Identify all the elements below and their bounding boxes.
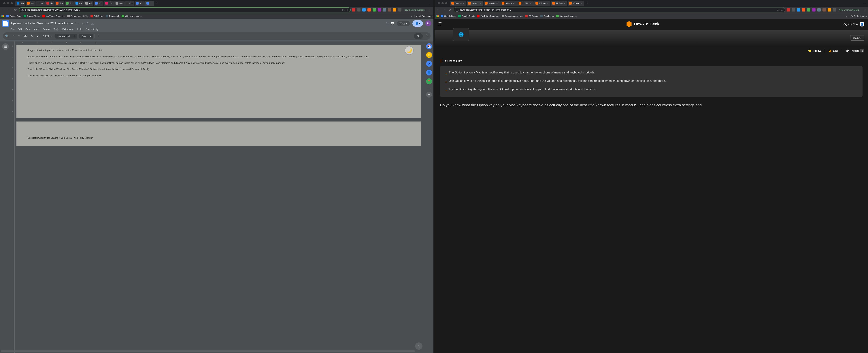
ext-6[interactable] [812, 8, 815, 11]
horizontal-ruler[interactable]: 1234567 [11, 41, 425, 45]
menu-edit[interactable]: Edit [18, 28, 22, 31]
bookmark-star-icon[interactable]: ☆ [781, 8, 783, 12]
ext-7[interactable] [817, 8, 820, 11]
close-tab-icon[interactable]: × [513, 2, 515, 5]
search-menus-icon[interactable]: 🔍 [4, 33, 9, 38]
keep-app-icon[interactable]: 💡 [426, 52, 432, 58]
back-button[interactable]: ← [1, 8, 6, 12]
reload-button[interactable]: ⟳ [13, 8, 18, 12]
add-apps-icon[interactable]: + [426, 92, 432, 98]
browser-tab[interactable] [145, 1, 154, 6]
ext-1[interactable] [787, 8, 790, 11]
browser-tab[interactable]: 10 i [94, 1, 103, 6]
close-tab-icon[interactable]: × [479, 2, 482, 5]
ext-5[interactable] [807, 8, 810, 11]
address-bar[interactable]: ⚙ docs.google.com/document/d/1Wr6B1hK-hk… [19, 7, 351, 12]
menu-extensions[interactable]: Extensions [62, 28, 74, 31]
collapse-toolbar-icon[interactable]: ⌃ [424, 33, 429, 38]
comments-icon[interactable]: 💬 [391, 22, 394, 25]
bookmark-item[interactable]: Benchmark [540, 15, 554, 18]
all-bookmarks[interactable]: 🗀 All Bookmarks [851, 15, 867, 17]
menu-tools[interactable]: Tools [54, 28, 59, 31]
translate-icon[interactable]: ⓘ [342, 8, 344, 11]
zoom-dropdown[interactable]: 100% ▾ [42, 34, 53, 38]
document-title[interactable]: Tips and Tricks for New macOS Users from… [10, 22, 80, 25]
vertical-ruler[interactable]: 3456789 [11, 41, 14, 353]
like-button[interactable]: 👍 Like [829, 49, 838, 52]
browser-tab[interactable]: 12 Mac S× [517, 1, 534, 6]
tasks-app-icon[interactable]: ✓ [426, 61, 432, 67]
ext-puzzle-icon[interactable] [398, 8, 401, 11]
bookmark-item[interactable]: YouTube - Broadca... [477, 15, 499, 18]
back-button[interactable]: ← [436, 8, 440, 12]
reload-button[interactable]: ⟳ [448, 8, 452, 12]
browser-tab[interactable]: Sky [16, 1, 25, 6]
font-dropdown[interactable]: Arial ▾ [79, 34, 93, 38]
browser-tab[interactable]: My [45, 1, 54, 6]
new-tab-button[interactable]: + [154, 1, 159, 5]
paragraph-style-dropdown[interactable]: Normal text ▾ [55, 34, 77, 38]
follow-button[interactable]: ⭐ Follow [808, 49, 821, 52]
history-icon[interactable]: ↻ [386, 22, 388, 25]
site-info-icon[interactable]: ⓘ [456, 8, 458, 11]
chrome-menu[interactable]: ⋮ [428, 8, 432, 12]
meet-button[interactable]: ▢◁ ▾ [397, 21, 410, 26]
bookmark-item[interactable]: PC Gamer [525, 15, 538, 18]
bookmark-item[interactable]: YouTube - Broadca... [42, 15, 65, 18]
ext-5[interactable] [373, 8, 376, 11]
bookmark-item[interactable]: Videocardz.com -... [122, 15, 143, 18]
docs-page-scroll[interactable]: 1234567 3456789 🌙 dragged it to the top … [11, 41, 425, 353]
new-tab-button[interactable]: + [585, 1, 589, 5]
share-button[interactable]: 👤+ [412, 20, 423, 27]
menu-accessibility[interactable]: Accessibility [86, 28, 98, 31]
bookmark-item[interactable]: PC Gamer [91, 15, 103, 18]
close-tab-icon[interactable]: × [564, 2, 566, 5]
bookmark-item[interactable]: Google Sheets [458, 15, 475, 18]
docs-home-icon[interactable] [2, 20, 9, 27]
browser-tab[interactable]: Sp [65, 1, 74, 6]
maps-app-icon[interactable]: 📍 [426, 78, 432, 84]
star-icon[interactable]: ☆ [82, 22, 85, 25]
ext-4[interactable] [368, 8, 371, 11]
menu-view[interactable]: View [25, 28, 30, 31]
menu-insert[interactable]: Insert [33, 28, 39, 31]
browser-tab[interactable]: favorite× [450, 1, 466, 6]
bookmark-item[interactable]: Eurogamer.net • V... [502, 15, 523, 18]
bookmark-item[interactable]: Eurogamer.net • V... [67, 15, 89, 18]
apps-button[interactable] [1, 15, 4, 18]
account-avatar[interactable]: G [426, 21, 431, 26]
maximize-window[interactable] [445, 2, 447, 4]
close-window[interactable] [3, 2, 5, 4]
ext-1[interactable] [352, 8, 355, 11]
browser-tab[interactable]: AP [84, 1, 93, 6]
horizontal-scrollbar[interactable] [1, 350, 415, 352]
bookmark-item[interactable]: Google Docs [6, 15, 21, 18]
macos-tag[interactable]: macOS [850, 35, 864, 40]
browser-tab[interactable]: New to l× [467, 1, 483, 6]
tabs-dropdown[interactable]: ⌄ [427, 2, 432, 5]
print-icon[interactable]: 🖶 [23, 33, 28, 38]
new-chrome-label[interactable]: New Chrome available [837, 9, 861, 11]
document-page-1[interactable]: 🌙 dragged it to the top of the desktop, … [17, 45, 421, 118]
more-tools-icon[interactable]: ⋮ [96, 33, 101, 38]
close-tab-icon[interactable]: × [463, 2, 465, 5]
browser-tab[interactable]: Em [55, 1, 64, 6]
bookmark-star-icon[interactable]: ☆ [346, 8, 348, 12]
ext-6[interactable] [378, 8, 381, 11]
article-body[interactable]: ☰ SUMMARY ▪The Option key on a Mac is a … [435, 56, 868, 353]
all-bookmarks[interactable]: 🗀 All Bookmarks [416, 15, 432, 17]
forward-button[interactable]: → [442, 8, 446, 12]
bookmark-item[interactable]: Benchmark [106, 15, 119, 18]
close-tab-icon[interactable]: × [496, 2, 499, 5]
ext-9[interactable] [828, 8, 831, 11]
menu-format[interactable]: Format [43, 28, 50, 31]
browser-tab[interactable]: 15 Mac× [568, 1, 584, 6]
address-bar[interactable]: ⓘ howtogeek.com/the-mac-option-key-is-th… [454, 7, 785, 12]
bookmarks-overflow[interactable]: » [845, 14, 847, 18]
maximize-window[interactable] [10, 2, 13, 4]
browser-tab[interactable]: htg [26, 1, 35, 6]
signin-button[interactable]: Sign In Now 👤 [843, 22, 864, 27]
ext-8[interactable] [388, 8, 391, 11]
htg-logo[interactable]: How-To Geek [626, 21, 659, 27]
browser-tab[interactable]: Mission× [500, 1, 517, 6]
